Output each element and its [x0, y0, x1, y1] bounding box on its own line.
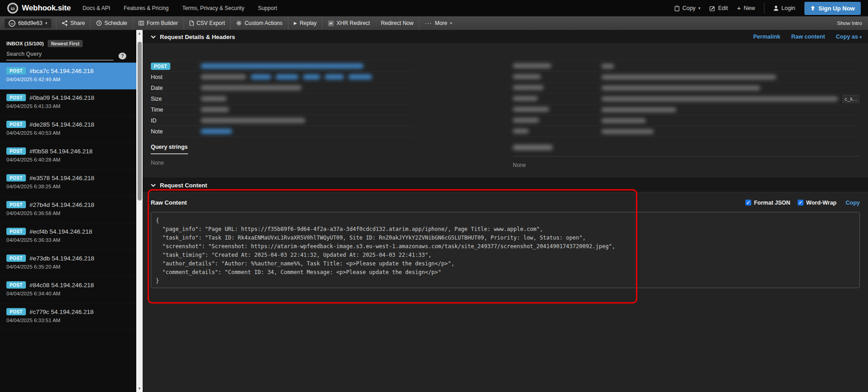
play-icon: ▶	[294, 21, 297, 25]
toolbar-item-redirect-now[interactable]: Redirect Now	[375, 16, 419, 30]
method-badge: POST	[6, 281, 26, 289]
request-list-item[interactable]: POST#0ba09 54.194.246.21804/04/2025 6:41…	[0, 89, 136, 116]
search-input[interactable]	[6, 49, 114, 60]
word-wrap-checkbox[interactable]: ✓	[798, 200, 804, 206]
new-button[interactable]: + New	[737, 5, 755, 11]
table-row: POST	[151, 60, 413, 72]
toolbar-item-label: Schedule	[104, 20, 127, 26]
table-row: ID	[151, 115, 413, 126]
toolbar-item-form-builder[interactable]: Form Builder	[133, 16, 184, 30]
form-values-value: None	[513, 162, 859, 168]
request-id-ip: #de285 54.194.246.218	[30, 121, 94, 128]
blurred-header-name	[513, 85, 601, 91]
edit-label: Edit	[718, 5, 728, 11]
nav-link-docs-api[interactable]: Docs & API	[83, 5, 110, 11]
raw-content-link[interactable]: Raw content	[791, 34, 825, 40]
toolbar-item-schedule[interactable]: Schedule	[91, 16, 133, 30]
nav-link-features-pricing[interactable]: Features & Pricing	[124, 5, 169, 11]
raw-content-code-box[interactable]: { "page_info": "Page URL: https://f35b89…	[151, 212, 860, 288]
word-wrap-label[interactable]: Word-Wrap	[806, 200, 837, 206]
blurred-value	[601, 118, 646, 123]
request-title-row: POST#de285 54.194.246.218	[6, 121, 130, 128]
format-json-checkbox[interactable]: ✓	[745, 200, 751, 206]
form-values-title-blurred	[513, 145, 553, 150]
caret-down-icon: ▾	[450, 21, 452, 25]
table-row	[513, 72, 859, 83]
toolbar-item-label: Form Builder	[147, 20, 178, 26]
request-list-item[interactable]: POST#84c08 54.194.246.21804/04/2025 6:34…	[0, 277, 136, 304]
request-title-row: POST#e3578 54.194.246.218	[6, 174, 130, 181]
toolbar-item-more[interactable]: ···More▾	[419, 16, 457, 30]
navbar-right: Copy ▾ Edit + New Login Sign Up Now	[675, 2, 861, 15]
section-title: Request Details & Headers	[151, 34, 235, 40]
plus-icon: +	[737, 6, 741, 10]
form-values-underline	[513, 156, 859, 157]
edit-button[interactable]: Edit	[709, 5, 728, 11]
copy-dropdown[interactable]: Copy ▾	[675, 5, 700, 11]
toolbar-item-label: Replay	[300, 20, 317, 26]
table-row	[513, 104, 859, 115]
method-badge: POST	[6, 147, 26, 155]
login-button[interactable]: Login	[774, 5, 795, 11]
blurred-link-value	[276, 74, 298, 79]
request-list-item[interactable]: POST#bca7c 54.194.246.21804/04/2025 6:42…	[0, 63, 136, 89]
blurred-value	[513, 85, 544, 90]
permalink-link[interactable]: Permalink	[753, 34, 780, 40]
blurred-link-value	[201, 64, 363, 69]
sidebar-scrollbar: ▲ ▼	[136, 30, 143, 392]
raw-content-section: Raw Content ✓ Format JSON ✓ Word-Wrap Co…	[143, 199, 868, 288]
request-list-item[interactable]: POST#e73db 54.194.246.21804/04/2025 6:35…	[0, 250, 136, 277]
show-intro-link[interactable]: Show Intro	[837, 20, 868, 26]
request-id-ip: #bca7c 54.194.246.218	[30, 68, 94, 74]
scrollbar-thumb[interactable]	[138, 42, 142, 201]
nav-link-support[interactable]: Support	[258, 5, 277, 11]
toolbar-item-label: Share	[70, 20, 85, 26]
blurred-value	[601, 86, 760, 90]
request-timestamp: 04/04/2025 6:42:49 AM	[6, 77, 130, 82]
table-row	[513, 126, 859, 137]
request-list-item[interactable]: POST#27b4d 54.194.246.21804/04/2025 6:36…	[0, 196, 136, 223]
request-timestamp: 04/04/2025 6:40:53 AM	[6, 130, 130, 136]
request-content-header[interactable]: Request Content	[143, 178, 868, 192]
request-list-item[interactable]: POST#de285 54.194.246.21804/04/2025 6:40…	[0, 116, 136, 143]
code-line: "task_info": "Task ID: Rk4xaENMaUVxL1Rva…	[156, 234, 855, 242]
request-timestamp: 04/04/2025 6:40:28 AM	[6, 157, 130, 162]
sort-order-badge[interactable]: Newest First	[48, 40, 82, 47]
clipboard-icon	[675, 5, 680, 11]
share-icon	[62, 20, 68, 26]
format-json-label[interactable]: Format JSON	[754, 200, 790, 206]
request-list-item[interactable]: POST#f0b58 54.194.246.21804/04/2025 6:40…	[0, 143, 136, 170]
copy-as-dropdown[interactable]: Copy as ▾	[836, 34, 862, 40]
toolbar-item-label: Redirect Now	[381, 20, 413, 26]
toolbar-item-custom-actions[interactable]: Custom Actions	[231, 16, 288, 30]
blurred-header-name	[513, 74, 601, 80]
nav-link-terms-privacy-security[interactable]: Terms, Privacy & Security	[182, 5, 244, 11]
request-list-item[interactable]: POST#ecf4b 54.194.246.21804/04/2025 6:36…	[0, 223, 136, 250]
blurred-header-name	[513, 118, 601, 124]
toolbar-item-xhr-redirect[interactable]: ⇄XHR Redirect	[322, 16, 375, 30]
blurred-value	[601, 75, 776, 79]
query-strings-value: None	[151, 160, 413, 166]
request-details-header[interactable]: Request Details & Headers Permalink Raw …	[143, 30, 868, 44]
token-dropdown[interactable]: ω 6b8d9e63 ▾	[5, 19, 51, 28]
request-list-item[interactable]: POST#c779c 54.194.246.21804/04/2025 6:33…	[0, 304, 136, 330]
brand-link[interactable]: ω Webhook.site	[7, 3, 71, 14]
search-field-wrap	[6, 49, 114, 60]
detail-row-label: Size	[151, 96, 201, 102]
request-title-row: POST#e73db 54.194.246.218	[6, 255, 130, 262]
copy-content-link[interactable]: Copy	[846, 200, 860, 206]
sign-up-button[interactable]: Sign Up Now	[804, 2, 861, 15]
request-list-item[interactable]: POST#e3578 54.194.246.21804/04/2025 6:38…	[0, 170, 136, 196]
method-badge: POST	[6, 174, 26, 181]
scroll-up-arrow[interactable]: ▲	[136, 30, 143, 37]
request-title-row: POST#27b4d 54.194.246.218	[6, 201, 130, 208]
request-id-ip: #c779c 54.194.246.218	[30, 309, 94, 315]
help-icon[interactable]: ?	[119, 53, 126, 59]
scroll-down-arrow[interactable]: ▼	[136, 385, 143, 392]
caret-down-icon: ▾	[859, 35, 862, 39]
toolbar-item-share[interactable]: Share	[56, 16, 90, 30]
code-line: "task_timing": "Created At: 2025-04-03 2…	[156, 251, 855, 260]
toolbar-item-replay[interactable]: ▶Replay	[288, 16, 322, 30]
table-row: Size	[151, 93, 413, 104]
toolbar-item-csv-export[interactable]: CSV Export	[184, 16, 231, 30]
